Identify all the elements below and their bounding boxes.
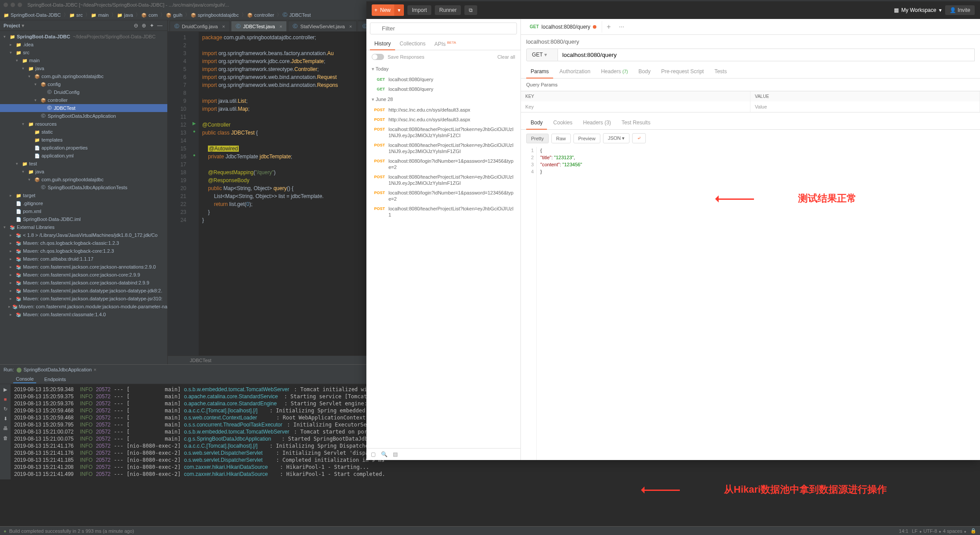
tree-row[interactable]: ▾📦com.guih.springbootdatajdbc bbox=[0, 72, 167, 80]
history-item[interactable]: POSThttp://xsc.lnc.edu.cn/sys/default3.a… bbox=[366, 105, 520, 115]
project-tree[interactable]: ▾📁SpringBoot-Data-JDBC~/IdeaProjects/Spr… bbox=[0, 31, 167, 364]
tab-prerequest[interactable]: Pre-request Script bbox=[657, 65, 709, 78]
tab-endpoints[interactable]: Endpoints bbox=[41, 376, 68, 383]
breadcrumb-item[interactable]: guih bbox=[166, 12, 182, 18]
tree-row[interactable]: 📄application.properties bbox=[0, 144, 167, 152]
tree-row[interactable]: 📄pom.xml bbox=[0, 207, 167, 215]
collapse-icon[interactable]: ⊖ bbox=[132, 22, 140, 29]
breadcrumb-item[interactable]: JDBCTest bbox=[283, 11, 311, 18]
history-item[interactable]: POSTlocalhost:8080/login?idNumber=1&pass… bbox=[366, 156, 520, 172]
resp-tab-headers[interactable]: Headers (3) bbox=[579, 116, 615, 129]
tree-row[interactable]: ▾📁SpringBoot-Data-JDBC~/IdeaProjects/Spr… bbox=[0, 33, 167, 41]
close-icon[interactable]: × bbox=[222, 24, 225, 29]
restart-icon[interactable]: ↻ bbox=[2, 406, 9, 413]
breadcrumb-item[interactable]: main bbox=[91, 12, 109, 18]
resp-tab-body[interactable]: Body bbox=[526, 116, 547, 129]
project-panel-title[interactable]: Project bbox=[4, 23, 20, 28]
format-select[interactable]: JSON ▾ bbox=[603, 133, 629, 143]
history-item[interactable]: GETlocalhost:8080/query bbox=[366, 75, 520, 84]
tree-row[interactable]: ▾📚External Libraries bbox=[0, 223, 167, 231]
tree-row[interactable]: ▾📁src bbox=[0, 49, 167, 56]
workspace-selector[interactable]: ▦ My Workspace ▾ bbox=[894, 7, 942, 13]
tab-history[interactable]: History bbox=[370, 38, 395, 50]
resp-tab-tests[interactable]: Test Results bbox=[617, 116, 655, 129]
breadcrumb-item[interactable]: java bbox=[117, 12, 133, 18]
tree-row[interactable]: ▾📦controller bbox=[0, 96, 167, 104]
close-icon[interactable]: × bbox=[349, 24, 352, 29]
raw-button[interactable]: Raw bbox=[551, 134, 571, 143]
runner-button[interactable]: Runner bbox=[435, 5, 461, 15]
tree-row[interactable]: ▸📚Maven: com.fasterxml.jackson.core:jack… bbox=[0, 279, 167, 287]
tab-params[interactable]: Params bbox=[526, 65, 553, 78]
new-window-icon[interactable]: ⧉ bbox=[464, 5, 477, 15]
history-date[interactable]: June 28 bbox=[366, 94, 520, 105]
breadcrumb-item[interactable]: controller bbox=[247, 12, 274, 18]
tree-row[interactable]: ▾📦config bbox=[0, 80, 167, 88]
response-body[interactable]: 1234 { "title": "123123", "content": "12… bbox=[521, 147, 980, 460]
chevron-down-icon[interactable]: ▾ bbox=[394, 4, 404, 16]
editor-tab[interactable]: ⒸJDBCTest.java× bbox=[231, 21, 287, 31]
breadcrumb-item[interactable]: com bbox=[141, 12, 158, 18]
request-name[interactable]: localhost:8080/query bbox=[521, 35, 980, 49]
tree-row[interactable]: 📄application.yml bbox=[0, 152, 167, 160]
tree-row[interactable]: ▸📚Maven: com.fasterxml.jackson.datatype:… bbox=[0, 287, 167, 295]
print-icon[interactable]: 🖶 bbox=[2, 426, 9, 433]
caret-position[interactable]: 14:1 bbox=[899, 528, 908, 534]
editor-tab[interactable]: ⒸDruidConfig.java× bbox=[170, 21, 230, 31]
history-item[interactable]: POSTlocalhost:8080/teacherProjectList?to… bbox=[366, 140, 520, 156]
params-table[interactable]: KEY VALUE Key Value bbox=[521, 91, 980, 112]
sidebar-layout-icon[interactable]: ▢ bbox=[371, 451, 376, 457]
tree-row[interactable]: 📁static bbox=[0, 128, 167, 136]
history-item[interactable]: POSThttp://xsc.lnc.edu.cn/sys/default3.a… bbox=[366, 115, 520, 124]
tree-row[interactable]: ▾📁resources bbox=[0, 120, 167, 128]
history-item[interactable]: POSTlocalhost:8080/teacherProjectList?to… bbox=[366, 172, 520, 188]
tree-row[interactable]: 📁templates bbox=[0, 136, 167, 144]
filter-input[interactable] bbox=[370, 22, 517, 34]
tab-body[interactable]: Body bbox=[634, 65, 655, 78]
editor-tab[interactable]: ⒸStatViewServlet.java× bbox=[288, 21, 357, 31]
traffic-lights[interactable] bbox=[4, 3, 22, 7]
tree-row[interactable]: ⒸJDBCTest bbox=[0, 104, 167, 112]
tree-row[interactable]: ⒸDruidConfig bbox=[0, 88, 167, 96]
tab-menu-icon[interactable]: ⋯ bbox=[615, 24, 628, 30]
tree-row[interactable]: ⒸSpringBootDataJdbcApplication bbox=[0, 112, 167, 120]
history-item[interactable]: POSTlocalhost:8080/teacherProjectList?to… bbox=[366, 124, 520, 140]
search-icon[interactable]: 🔍 bbox=[381, 451, 388, 457]
tab-headers[interactable]: Headers (7) bbox=[596, 65, 632, 78]
clear-all-link[interactable]: Clear all bbox=[498, 54, 515, 60]
tree-row[interactable]: ▸📚Maven: com.fasterxml.jackson.core:jack… bbox=[0, 271, 167, 279]
tree-row[interactable]: ▸📚< 1.8 > /Library/Java/JavaVirtualMachi… bbox=[0, 231, 167, 239]
history-date[interactable]: Today bbox=[366, 64, 520, 75]
key-input[interactable]: Key bbox=[521, 101, 750, 112]
tree-row[interactable]: ▸📚Maven: com.fasterxml.jackson.datatype:… bbox=[0, 295, 167, 303]
tree-row[interactable]: ⒸSpringBootDataJdbcApplicationTests bbox=[0, 183, 167, 191]
trash-icon[interactable]: 🗑 bbox=[2, 435, 9, 442]
tree-row[interactable]: ▾📁java bbox=[0, 64, 167, 72]
new-button[interactable]: + New ▾ bbox=[372, 4, 404, 16]
tab-console[interactable]: Console bbox=[13, 375, 36, 383]
tree-row[interactable]: 📄SpringBoot-Data-JDBC.iml bbox=[0, 215, 167, 223]
tree-row[interactable]: ▾📁main bbox=[0, 56, 167, 64]
tab-collections[interactable]: Collections bbox=[395, 38, 430, 50]
lock-icon[interactable]: 🔒 bbox=[970, 528, 976, 534]
method-select[interactable]: GET ▾ bbox=[526, 49, 558, 61]
settings-icon[interactable]: ✦ bbox=[148, 22, 156, 29]
close-icon[interactable]: × bbox=[279, 24, 282, 29]
resp-tab-cookies[interactable]: Cookies bbox=[549, 116, 577, 129]
tree-row[interactable]: ▸📁.idea bbox=[0, 41, 167, 49]
tree-row[interactable]: ▸📚Maven: com.alibaba:druid:1.1.17 bbox=[0, 255, 167, 263]
history-list[interactable]: TodayGETlocalhost:8080/queryGETlocalhost… bbox=[366, 64, 520, 448]
tree-row[interactable]: ▸📚Maven: com.fasterxml.jackson.core:jack… bbox=[0, 263, 167, 271]
pretty-button[interactable]: Pretty bbox=[526, 134, 549, 143]
tree-row[interactable]: ▸📚Maven: ch.qos.logback:logback-core:1.2… bbox=[0, 247, 167, 255]
wrap-icon[interactable]: ⤶ bbox=[632, 133, 646, 143]
history-item[interactable]: POSTlocalhost:8080/teacherProjectList?to… bbox=[366, 204, 520, 220]
save-responses-toggle[interactable] bbox=[372, 54, 384, 60]
history-item[interactable]: GETlocalhost:8080/query bbox=[366, 84, 520, 94]
history-item[interactable]: POSTlocalhost:8080/login?idNumber=1&pass… bbox=[366, 188, 520, 204]
breadcrumb-item[interactable]: springbootdatajdbc bbox=[191, 12, 239, 18]
invite-button[interactable]: 👤 Invite bbox=[945, 5, 975, 15]
tree-row[interactable]: ▾📁java bbox=[0, 168, 167, 176]
request-tab[interactable]: GET localhost:8080/query bbox=[524, 21, 602, 33]
tree-row[interactable]: ▾📦com.guih.springbootdatajdbc bbox=[0, 176, 167, 183]
